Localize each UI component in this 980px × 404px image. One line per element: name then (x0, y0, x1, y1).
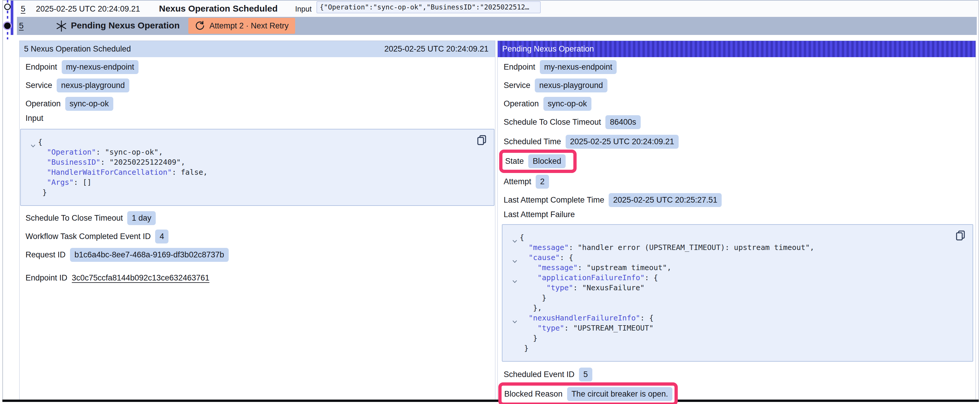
pending-id-link[interactable]: 5 (19, 21, 24, 30)
asterisk-icon (56, 20, 67, 32)
pending-detail-header: Pending Nexus Operation (498, 41, 975, 57)
field-row-blocked-reason: Blocked ReasonThe circuit breaker is ope… (504, 387, 672, 401)
failure-code-block: {"message": "handler error (UPSTREAM_TIM… (502, 224, 973, 362)
code-line: "Args": [] (21, 177, 494, 187)
code-line: "HandlerWaitForCancellation": false, (21, 167, 494, 177)
left-border (2, 0, 3, 400)
field-row-state: StateBlocked (505, 154, 566, 168)
field-value-badge: 4 (155, 230, 169, 244)
code-line: "Operation": "sync-op-ok", (21, 147, 494, 157)
field-label: Service (25, 81, 52, 90)
field-value-badge: b1c6a4bc-8ee7-468a-9169-df3b02c8737b (70, 248, 228, 262)
field-label: Blocked Reason (504, 390, 563, 399)
event-name: Nexus Operation Scheduled (159, 3, 278, 14)
code-line: "type": "NexusFailure" (503, 283, 973, 293)
field-value-badge: Blocked (528, 154, 566, 168)
code-line: "message": "upstream timeout", (503, 263, 973, 273)
field-label: Workflow Task Completed Event ID (25, 232, 151, 241)
code-line: "nexusHandlerFailureInfo": { (503, 313, 973, 323)
field-label: Operation (504, 99, 539, 108)
field-label: Endpoint (504, 62, 535, 72)
field-row-operation: Operationsync-op-ok (504, 97, 975, 111)
field-row-operation: Operationsync-op-ok (25, 97, 495, 111)
field-value-badge: 2025-02-25 UTC 20:24:09.21 (566, 135, 679, 149)
code-line: } (503, 293, 973, 303)
field-label: Last Attempt Complete Time (504, 195, 604, 205)
field-row-scheduled-event-id: Scheduled Event ID5 (504, 368, 975, 382)
timeline-event-dot-filled (4, 22, 11, 29)
right-border (978, 0, 979, 400)
event-detail-panel: 5 Nexus Operation Scheduled 2025-02-25 U… (19, 41, 495, 400)
event-time: 2025-02-25 UTC 20:24:09.21 (36, 5, 140, 14)
bottom-edge-line (2, 399, 979, 402)
field-label: Attempt (504, 177, 531, 186)
field-value-badge: 1 day (127, 211, 156, 225)
event-input-label: Input (295, 5, 312, 13)
input-code-block: {"Operation": "sync-op-ok","BusinessID":… (20, 129, 495, 206)
code-line: } (21, 187, 494, 198)
code-line: "BusinessID": "20250225122409", (21, 157, 494, 167)
code-line: } (503, 343, 973, 353)
field-label: Operation (25, 99, 61, 108)
field-value-badge: sync-op-ok (65, 97, 113, 111)
field-value-badge: The circuit breaker is open. (567, 387, 673, 401)
field-label: Scheduled Time (504, 137, 561, 146)
pending-detail-panel: Pending Nexus Operation Endpointmy-nexus… (497, 41, 976, 400)
field-value-badge: 5 (579, 368, 592, 382)
field-value-link[interactable]: 3c0c75ccfa8144b092c13ce632463761 (72, 273, 209, 282)
code-line: { (503, 233, 973, 242)
event-row[interactable]: 5 2025-02-25 UTC 20:24:09.21 Nexus Opera… (17, 1, 978, 17)
event-detail-time: 2025-02-25 UTC 20:24:09.21 (384, 44, 488, 54)
field-row-schedule-to-close-timeout: Schedule To Close Timeout86400s (504, 115, 975, 129)
field-label: Request ID (25, 250, 65, 260)
field-row-scheduled-time: Scheduled Time2025-02-25 UTC 20:24:09.21 (504, 135, 975, 149)
field-row-service: Servicenexus-playground (25, 79, 495, 92)
code-line: "message": "handler error (UPSTREAM_TIME… (503, 242, 973, 253)
field-value-badge: sync-op-ok (543, 97, 592, 111)
field-row-endpoint: Endpointmy-nexus-endpoint (25, 60, 495, 74)
pending-title: Pending Nexus Operation (71, 21, 180, 30)
highlight-ring-blocked-reason: Blocked ReasonThe circuit breaker is ope… (498, 382, 678, 404)
event-input-preview: {"Operation":"sync-op-ok","BusinessID":"… (317, 1, 541, 13)
field-label: Schedule To Close Timeout (504, 117, 601, 127)
selected-event-bar (11, 1, 13, 35)
field-value-badge: nexus-playground (535, 79, 608, 92)
pending-operation-row[interactable]: 5 Pending Nexus Operation Attempt 2 · Ne… (17, 17, 977, 35)
attempt-badge: Attempt 2 · Next Retry (188, 18, 295, 34)
field-value-badge: 86400s (605, 115, 641, 129)
field-row-attempt: Attempt2 (504, 175, 975, 189)
field-row-endpoint-id: Endpoint ID3c0c75ccfa8144b092c13ce632463… (25, 272, 495, 284)
field-row-workflow-task-completed-event-id: Workflow Task Completed Event ID4 (25, 230, 495, 244)
code-line: "type": "UPSTREAM_TIMEOUT" (503, 323, 973, 333)
field-label: Endpoint ID (25, 273, 67, 282)
code-line: "applicationFailureInfo": { (503, 273, 973, 283)
retry-icon (195, 21, 205, 31)
input-label: Input (25, 114, 495, 123)
field-row-schedule-to-close-timeout: Schedule To Close Timeout1 day (25, 211, 495, 225)
field-value-badge: 2025-02-25 UTC 20:25:27.51 (609, 193, 722, 207)
field-label: Service (504, 81, 530, 90)
event-detail-title: 5 Nexus Operation Scheduled (24, 44, 131, 54)
code-line: } (503, 333, 973, 343)
field-value-badge: nexus-playground (57, 79, 129, 92)
event-detail-header: 5 Nexus Operation Scheduled 2025-02-25 U… (19, 41, 495, 57)
field-label: State (505, 157, 524, 166)
field-value-badge: my-nexus-endpoint (62, 60, 139, 74)
workflow-history-pane: 5 2025-02-25 UTC 20:24:09.21 Nexus Opera… (0, 0, 980, 404)
field-row-endpoint: Endpointmy-nexus-endpoint (504, 60, 975, 74)
field-label: Schedule To Close Timeout (25, 214, 123, 223)
code-line: "cause": { (503, 253, 973, 263)
code-line: { (21, 137, 494, 147)
last-attempt-failure-label: Last Attempt Failure (504, 210, 975, 219)
attempt-badge-label: Attempt 2 · Next Retry (209, 21, 289, 30)
field-row-last-attempt-complete-time: Last Attempt Complete Time2025-02-25 UTC… (504, 193, 975, 207)
field-value-badge: my-nexus-endpoint (540, 60, 617, 74)
field-value-badge: 2 (536, 175, 549, 189)
event-id-link[interactable]: 5 (21, 4, 25, 14)
code-line: }, (503, 303, 973, 313)
timeline-event-dot-open (4, 3, 11, 10)
field-label: Endpoint (25, 62, 57, 72)
field-label: Scheduled Event ID (504, 370, 574, 379)
highlight-ring-state: StateBlocked (499, 150, 577, 173)
field-row-service: Servicenexus-playground (504, 79, 975, 92)
